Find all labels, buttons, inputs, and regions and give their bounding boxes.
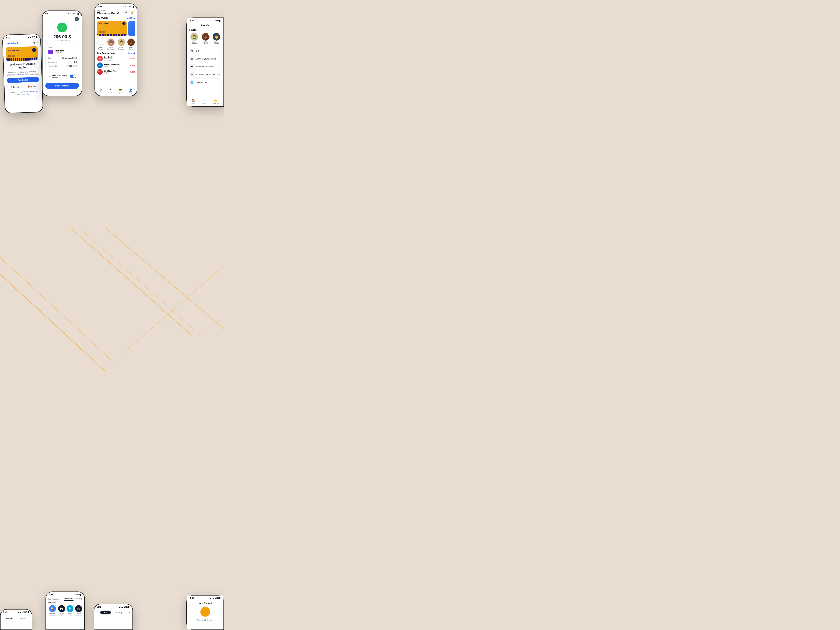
steam-star: ★ [81,605,82,606]
wallet-card-secondary[interactable] [128,21,135,36]
ufc-name: UFC Fight Pass [104,70,128,72]
filter-icon[interactable]: ≡ [129,611,130,614]
app-steam[interactable]: 🎮 ★ Steam Gaben_69 [75,605,82,616]
tab-transfer-bottom[interactable]: Transfer [6,617,13,620]
add-budget-button[interactable]: + [201,607,210,617]
wallets-title: My Wallets [97,17,108,19]
budget-title: New Budget [189,602,221,605]
att-icon: 📡 ★ [66,605,74,612]
payments-icon-transfer: 💳 [214,99,217,102]
qr-option-icon: ⊞ [189,49,194,54]
app-mortgage[interactable]: 💊 ★ Mortgage MT22-31... [48,605,57,616]
transaction-list: D DoorDash Restaurant 🕐 26 January -10.5… [97,56,135,75]
svg-line-5 [123,266,224,354]
back-arrow[interactable]: ‹ [96,611,98,614]
show-all-button[interactable]: Show all [128,52,135,54]
transaction-doordash[interactable]: D DoorDash Restaurant 🕐 26 January -10.5… [97,56,135,62]
back-to-home-button[interactable]: Back to Home [45,83,79,89]
tab-info[interactable]: Info [100,611,111,614]
option-another-bank[interactable]: 🏛 To a card from another bank [189,71,221,79]
chose-category-label[interactable]: Chose Category [189,619,221,621]
contact-olivia[interactable]: 👩🏾 ★ Olivia Jhones [127,38,135,50]
contact-name-maria: Maria Hernandez [107,46,115,50]
tab-history[interactable]: History [112,611,126,614]
qr-option-label: QR [196,50,199,52]
doordash-name: DoorDash [104,56,127,58]
status-bar-transfer: 9:41 ▲▲▲ WiFi ▊ [43,11,82,16]
apple-button[interactable]: 🍎 Apple [24,84,39,89]
tab-history[interactable]: History [76,598,82,601]
nav-home-transfer[interactable]: 🏠 Home [190,98,197,105]
nav-transfer[interactable]: ↗ Transfer [106,88,114,94]
avatar-fav-jacob: 👨‍🦱 ★ [190,33,198,41]
payments-fav-title: Favorite [48,602,82,604]
fav-hasan[interactable]: 👨 ★ Hasan Esrafilli [212,33,221,45]
get-started-button[interactable]: Get Started [7,77,39,83]
fav-olivia[interactable]: 👩🏾 ★ Olivia Jhones [201,33,210,45]
notification-button[interactable]: 🔔 [129,9,135,15]
svg-line-1 [0,257,114,362]
transaction-ufc[interactable]: UFC UFC Fight Pass Multi... -9.99$ [97,69,135,75]
transfer-nav-label: Transfer [108,92,113,94]
time-home: 9:41 [98,5,102,8]
international-icon: 🌐 [189,80,194,85]
time-transfer: 9:41 [45,13,49,15]
privacy-link[interactable]: Privacy Policy [20,93,30,95]
svg-line-0 [0,266,105,371]
terms-text: By clicking you agree to the Terms of Us… [8,90,39,96]
welcome-back-text: Welcome Back! [97,11,119,15]
nav-payments[interactable]: 💳 Payments [116,88,125,94]
option-international[interactable]: 🌐 International [189,79,221,86]
avatar-maria: 👩 ★ [107,38,115,46]
nav-payments-transfer[interactable]: 💳 Payments [211,98,220,105]
option-asterisk[interactable]: ✱ To the Asterisk client [189,63,221,71]
welcome-title: Welcome to Arobix Wallet [6,62,38,70]
google-button[interactable]: G Google [7,84,22,90]
favorite-section-title: Favorite [189,29,221,31]
bottom-nav-home: 🏠 Home ↗ Transfer 💳 Payments 👤 Profile [95,86,137,96]
contact-jacob[interactable]: 👨 Jacob Razinsky [117,38,125,50]
time-transfer-bottom: 9:41 [3,611,8,613]
qr-button[interactable]: ⊞ [123,9,128,15]
transaction-playstation[interactable]: PS PlayStation Plus Es... Games -14.99$ [97,63,135,68]
add-new-button[interactable]: Add New [127,17,135,19]
location-text: San Francisco [48,598,59,600]
new-transfer-contact[interactable]: + New Transfer [97,38,104,50]
favorite-toggle[interactable] [70,74,76,78]
option-between-accounts[interactable]: ↻ Between your accounts [189,55,221,63]
tab-history-bottom[interactable]: History [20,617,26,620]
time-info: 9:41 [97,606,101,608]
time-login: 9:41 [6,36,10,39]
bank-logo: ArobixBank [6,42,19,45]
between-accounts-icon: ↻ [189,56,194,61]
nav-home[interactable]: 🏠 Home [98,88,104,94]
nav-transfer-active[interactable]: ↗ Transfer [200,98,208,105]
terms-link[interactable]: Terms of Use [28,90,38,93]
phone-payments: 9:41 ▲▲▲ WiFi ▊ San Francisco Payments H… [46,592,85,630]
phone-login: 9:41 ▲▲▲ WiFi ▊ ArobixBank Log In Arobix… [2,33,43,114]
wallet-card-main[interactable]: ArobixBank )))) [97,21,127,36]
ufc-category: Multi... [104,72,128,74]
fav-jacob[interactable]: 👨‍🦱 ★ Jacob Razinsky [189,33,199,45]
star-jacob: ★ [197,33,198,35]
between-accounts-label: Between your accounts [196,58,216,60]
contact-maria[interactable]: 👩 ★ Maria Hernandez [107,38,115,50]
bank-card: ArobixBank )))) [6,46,38,61]
option-qr[interactable]: ⊞ QR [189,47,221,55]
bottom-nav-transfer: 🏠 Home ↗ Transfer 💳 Payments [187,96,223,106]
payments-label-transfer: Payments [212,103,219,104]
login-link[interactable]: Log In [32,41,38,44]
transfer-nav-icon: ↗ [109,88,112,92]
nav-profile[interactable]: 👤 Profile [127,88,134,94]
transfer-id-row: Transfer ID TR1234567 [47,64,77,68]
apple-icon: 🍎 [27,85,30,88]
app-att[interactable]: 📡 ★ AT&T Mobility [66,605,74,616]
apple-label: Apple [31,85,36,87]
app-donation[interactable]: 🐼 ★ Donation WWE [58,605,65,616]
close-button[interactable]: ✕ [75,17,79,21]
svg-line-4 [105,227,224,329]
tab-payments[interactable]: Payments [65,598,74,601]
status-bar-info: 9:41 ▲▲▲ WiFi ▊ [94,604,133,609]
payments-nav-label: Payments [118,92,124,94]
add-transfer-icon: + [97,38,104,46]
